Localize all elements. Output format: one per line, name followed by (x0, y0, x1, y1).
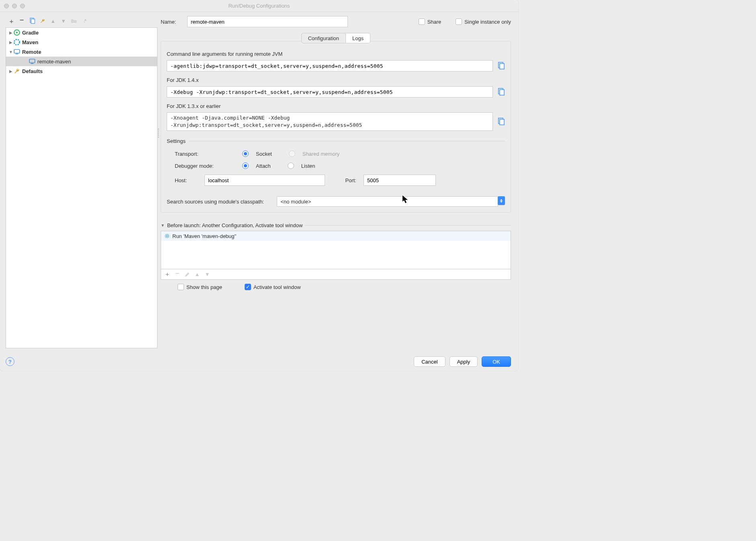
svg-line-20 (166, 234, 166, 235)
debugger-attach-radio[interactable] (242, 163, 249, 169)
gradle-icon (13, 29, 20, 36)
remote-icon (29, 58, 36, 65)
name-input[interactable] (187, 16, 348, 27)
help-icon[interactable]: ? (6, 357, 14, 366)
tree-node-label: remote-maven (37, 59, 71, 65)
cancel-button[interactable]: Cancel (414, 356, 445, 367)
move-down-icon[interactable]: ▼ (60, 18, 67, 24)
tree-node-label: Gradle (22, 30, 39, 36)
svg-rect-12 (500, 89, 504, 95)
copy-icon[interactable] (497, 88, 505, 96)
svg-point-15 (166, 235, 168, 237)
jvm-args-input[interactable] (167, 60, 493, 71)
tab-configuration[interactable]: Configuration (301, 33, 346, 43)
svg-point-4 (14, 39, 20, 45)
panel-gripper-icon[interactable] (158, 127, 159, 139)
port-input[interactable] (364, 175, 436, 186)
debugger-attach-label: Attach (256, 163, 271, 169)
add-task-icon[interactable]: ＋ (164, 270, 170, 278)
copy-configuration-icon[interactable] (29, 18, 35, 24)
module-classpath-value: <no module> (280, 199, 311, 205)
debugger-mode-label: Debugger mode: (175, 163, 235, 169)
before-launch-item-label: Run 'Maven 'maven-debug'' (172, 233, 237, 239)
jdk14-label: For JDK 1.4.x (167, 77, 505, 83)
svg-rect-5 (14, 49, 20, 53)
ok-button[interactable]: OK (482, 356, 511, 367)
tree-node-remote[interactable]: ▼ Remote (6, 47, 157, 57)
svg-line-21 (168, 237, 169, 238)
debugger-listen-radio[interactable] (288, 163, 294, 169)
svg-rect-1 (31, 19, 35, 24)
maven-icon (13, 39, 20, 46)
move-down-icon[interactable]: ▼ (204, 271, 210, 277)
svg-rect-6 (16, 54, 18, 55)
edit-defaults-icon[interactable] (39, 18, 46, 24)
wrench-icon (13, 67, 20, 75)
host-input[interactable] (204, 175, 325, 186)
svg-rect-10 (500, 63, 504, 69)
configurations-tree[interactable]: ▶ Gradle ▶ Maven ▼ (6, 27, 157, 348)
remote-icon (13, 48, 20, 55)
host-label: Host: (175, 177, 197, 183)
tree-toolbar: ＋ − ▲ ▼ ↓ª (6, 16, 157, 27)
transport-shared-label: Shared memory (302, 151, 339, 157)
window-title: Run/Debug Configurations (0, 3, 518, 9)
show-this-page-checkbox[interactable] (178, 284, 184, 290)
gear-icon (164, 233, 170, 239)
single-instance-label: Single instance only (464, 19, 511, 25)
remove-configuration-icon[interactable]: − (18, 17, 25, 23)
tree-node-remote-maven[interactable]: remote-maven (6, 57, 157, 66)
tree-node-maven[interactable]: ▶ Maven (6, 37, 157, 47)
jdk13-label: For JDK 1.3.x or earlier (167, 103, 505, 109)
tree-node-label: Defaults (22, 68, 43, 74)
divider (305, 225, 511, 226)
transport-socket-label: Socket (256, 151, 272, 157)
copy-icon[interactable] (497, 62, 505, 70)
chevron-down-icon[interactable]: ▼ (161, 223, 165, 228)
before-launch-list[interactable]: Run 'Maven 'maven-debug'' (161, 231, 511, 269)
module-classpath-select[interactable]: <no module> (277, 196, 498, 207)
share-checkbox[interactable] (419, 18, 425, 25)
tree-node-gradle[interactable]: ▶ Gradle (6, 28, 157, 37)
activate-tool-window-label: Activate tool window (253, 284, 301, 290)
before-launch-header: Before launch: Another Configuration, Ac… (167, 222, 303, 228)
move-up-icon[interactable]: ▲ (195, 271, 200, 277)
tree-node-defaults[interactable]: ▶ Defaults (6, 66, 157, 76)
activate-tool-window-checkbox[interactable] (245, 284, 251, 290)
copy-icon[interactable] (497, 118, 505, 126)
apply-button[interactable]: Apply (450, 356, 478, 367)
svg-point-3 (16, 32, 18, 34)
debugger-listen-label: Listen (301, 163, 315, 169)
show-this-page-label: Show this page (186, 284, 222, 290)
remove-task-icon[interactable]: − (175, 269, 180, 278)
tree-node-label: Maven (22, 39, 38, 45)
tree-node-label: Remote (22, 49, 41, 55)
dialog-footer: ? Cancel Apply OK (0, 352, 518, 371)
svg-line-22 (166, 237, 166, 238)
sort-alpha-icon[interactable]: ↓ª (81, 18, 88, 24)
jdk14-args-input[interactable] (167, 86, 493, 98)
folder-icon[interactable] (71, 18, 77, 24)
svg-rect-8 (31, 63, 34, 64)
run-debug-configurations-window: Run/Debug Configurations ＋ − ▲ ▼ ↓ª (0, 0, 518, 371)
transport-socket-radio[interactable] (242, 151, 249, 157)
chevron-up-down-icon[interactable] (498, 196, 505, 205)
titlebar: Run/Debug Configurations (0, 0, 518, 12)
configuration-panel: Command line arguments for running remot… (161, 41, 511, 213)
settings-legend: Settings (167, 138, 186, 144)
single-instance-checkbox[interactable] (456, 18, 462, 25)
transport-label: Transport: (175, 151, 235, 157)
add-configuration-icon[interactable]: ＋ (8, 18, 14, 24)
port-label: Port: (336, 177, 356, 183)
jvm-args-label: Command line arguments for running remot… (167, 51, 505, 57)
tab-logs[interactable]: Logs (346, 33, 370, 43)
move-up-icon[interactable]: ▲ (50, 18, 56, 24)
before-launch-toolbar: ＋ − ▲ ▼ (161, 269, 511, 280)
list-item[interactable]: Run 'Maven 'maven-debug'' (161, 231, 511, 241)
edit-task-icon[interactable] (184, 272, 190, 277)
svg-rect-14 (500, 120, 504, 125)
svg-rect-7 (29, 59, 35, 63)
divider (189, 141, 505, 141)
jdk13-args-input[interactable]: -Xnoagent -Djava.compiler=NONE -Xdebug -… (167, 112, 493, 131)
name-label: Name: (161, 19, 183, 25)
